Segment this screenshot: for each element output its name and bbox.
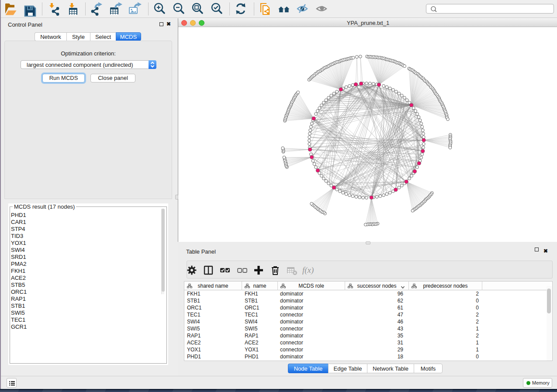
svg-text:f(x): f(x)	[302, 265, 314, 275]
